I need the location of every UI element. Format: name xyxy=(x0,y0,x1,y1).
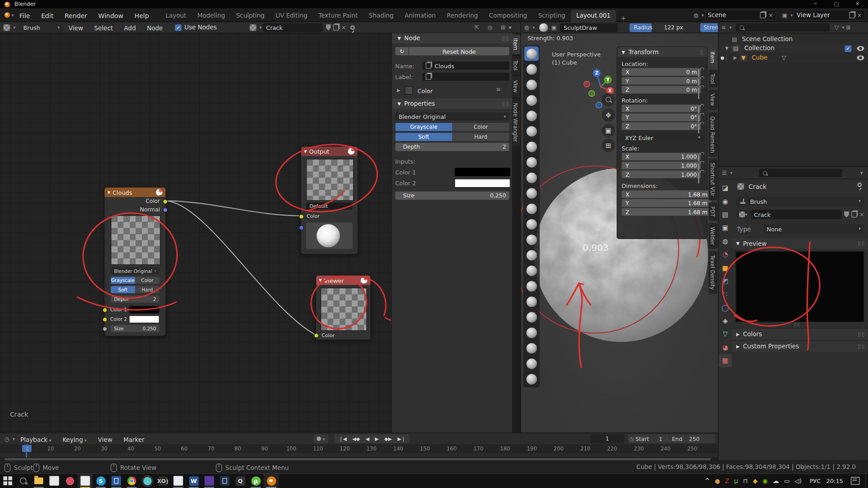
copy-icon[interactable] xyxy=(333,24,339,30)
rotation-x-field[interactable]: X0° xyxy=(622,104,701,112)
gizmo-minus-y[interactable] xyxy=(589,90,595,97)
taskbar-file-explorer[interactable] xyxy=(31,474,47,488)
name-field[interactable]: Clouds xyxy=(422,61,509,70)
close-icon[interactable]: × xyxy=(341,24,346,30)
properties-tab-view-layer[interactable]: ▣ xyxy=(718,221,731,235)
sidebar-tab-tool[interactable]: Tool xyxy=(708,70,717,88)
sculpt-brush-20[interactable] xyxy=(524,357,539,371)
timeline-menu-marker[interactable]: Marker xyxy=(118,436,150,444)
node-canvas[interactable]: ▼Clouds Color Normal Blender Original▾ G… xyxy=(0,33,392,432)
workspace-tab-layout[interactable]: Layout xyxy=(160,9,192,22)
camera-view-button[interactable]: ▣ xyxy=(602,124,615,137)
sidebar-tab-welder[interactable]: Welder xyxy=(708,223,717,249)
rotation-mode-dropdown[interactable]: XYZ Euler▾ xyxy=(622,133,703,141)
taskbar-blender[interactable] xyxy=(264,474,279,488)
normal-output-socket[interactable] xyxy=(163,207,168,212)
workspace-tab-animation[interactable]: Animation xyxy=(399,9,441,22)
sculpt-brush-6[interactable] xyxy=(524,140,539,154)
brush-texture-icon[interactable]: ▣ xyxy=(551,24,557,30)
color-input-socket[interactable] xyxy=(314,333,319,338)
current-frame-field[interactable]: 1 xyxy=(590,434,624,443)
normal-input-socket[interactable] xyxy=(299,225,304,230)
node-color-row[interactable]: ▶Color xyxy=(397,86,433,94)
clouds-node[interactable]: ▼Clouds Color Normal Blender Original▾ G… xyxy=(104,187,166,337)
sculpt-brush-14[interactable] xyxy=(524,263,539,278)
output-name-field[interactable]: Default xyxy=(306,202,353,210)
fake-user-icon[interactable] xyxy=(326,24,331,30)
node-menu-select[interactable]: Select xyxy=(89,25,118,32)
taskbar-chrome[interactable] xyxy=(124,474,139,488)
tray-amd-z-icon[interactable]: Z xyxy=(725,477,729,484)
workspace-tab-rendering[interactable]: Rendering xyxy=(441,9,483,22)
blender-menu-icon[interactable] xyxy=(5,12,10,18)
timeline-menu-view[interactable]: View xyxy=(92,436,118,444)
close-icon[interactable]: × xyxy=(859,211,864,217)
copy-icon[interactable] xyxy=(760,12,765,18)
properties-tab-physics[interactable]: ◯ xyxy=(718,301,731,314)
clock[interactable]: 20:15 xyxy=(826,478,843,484)
sculpt-brush-12[interactable] xyxy=(524,232,539,247)
grayscale-color-toggle[interactable]: GrayscaleColor xyxy=(111,277,160,284)
grayscale-color-toggle[interactable]: GrayscaleColor xyxy=(395,123,509,131)
properties-tab-texture[interactable]: ▦ xyxy=(718,354,731,367)
workspace-tab-shading[interactable]: Shading xyxy=(363,9,399,22)
colors-panel-header[interactable]: ▶Colors⣿⣿ xyxy=(732,328,868,340)
sidebar-tab-node-wrangler[interactable]: Node Wrangler xyxy=(512,99,520,146)
workspace-tab-compositing[interactable]: Compositing xyxy=(483,9,533,22)
transform-panel-header[interactable]: ▼Transform⣿ xyxy=(617,47,707,57)
sculpt-brush-5[interactable] xyxy=(524,124,539,138)
taskbar-calendar-app[interactable] xyxy=(77,474,93,488)
properties-tab-particles[interactable]: ∷ xyxy=(718,288,731,301)
radius-slider[interactable]: Radius 122 px xyxy=(629,23,687,32)
sculpt-brush-4[interactable] xyxy=(524,108,539,123)
outliner-row-cube[interactable]: ▶ ▼ Cube ▽ xyxy=(718,53,868,63)
next-keyframe-button[interactable]: ◆▶ xyxy=(384,436,392,441)
properties-tab-tool[interactable]: ◪ xyxy=(718,182,731,195)
sidebar-tab-item[interactable]: Item xyxy=(512,34,520,54)
taskbar-calculator[interactable] xyxy=(217,474,232,488)
soft-hard-toggle[interactable]: SoftHard xyxy=(395,133,509,141)
tray-defender-icon[interactable]: ◆ xyxy=(753,477,757,484)
play-reverse-button[interactable]: ◀ xyxy=(366,436,369,441)
menu-window[interactable]: Window xyxy=(93,12,129,19)
editor-type-icon[interactable] xyxy=(3,24,10,31)
location-z-field[interactable]: Z0 m xyxy=(622,86,701,94)
scale-x-field[interactable]: X1.000 xyxy=(622,153,701,160)
add-workspace-button[interactable]: + xyxy=(616,14,631,22)
timeline-ruler[interactable]: 1102030405060708090100110120130140150160… xyxy=(0,444,718,454)
color1-input-socket[interactable] xyxy=(103,308,108,313)
zoom-button[interactable] xyxy=(602,93,615,106)
timeline-menu-playback[interactable]: Playback▾ xyxy=(15,436,57,444)
sidebar-tab-quad-remesh[interactable]: Quad Remesh xyxy=(708,112,717,157)
copy-icon[interactable] xyxy=(849,12,854,18)
end-label[interactable]: End xyxy=(672,436,682,441)
hide-eye-icon[interactable] xyxy=(857,46,864,51)
tray-usb-device-icon[interactable]: ⊓ xyxy=(743,477,748,484)
perspective-toggle-button[interactable]: ⊞ xyxy=(602,139,615,152)
gizmo-z-axis[interactable]: Z xyxy=(593,69,600,77)
node-menu-view[interactable]: View xyxy=(63,25,89,32)
hide-eye-icon[interactable] xyxy=(857,55,864,60)
taskbar-photos[interactable] xyxy=(62,474,77,488)
tree-type-dropdown[interactable]: Brush▾ xyxy=(20,23,63,32)
workspace-tab-modeling[interactable]: Modeling xyxy=(192,9,231,22)
node-preview-toggle-icon[interactable] xyxy=(360,277,368,284)
taskbar-microsoft-store[interactable] xyxy=(47,474,62,488)
viewer-node[interactable]: ▼Viewer Color xyxy=(316,275,371,340)
outliner-row-collection[interactable]: ▼ ▤ Collection xyxy=(718,44,868,53)
tray-hidden-icons-icon[interactable]: ^ xyxy=(705,477,710,484)
properties-tab-scene[interactable]: ◍ xyxy=(718,235,731,248)
gizmo-y-axis[interactable]: Y xyxy=(604,76,612,84)
properties-search[interactable] xyxy=(759,169,842,177)
sidebar-tab-tool[interactable]: Tool xyxy=(512,56,520,74)
dimension-y-field[interactable]: Y1.68 m xyxy=(622,199,711,207)
jump-start-button[interactable]: ❘◀ xyxy=(339,436,347,441)
workspace-tab-uv editing[interactable]: UV Editing xyxy=(270,9,313,22)
taskbar-skype[interactable]: S xyxy=(93,474,108,488)
tray-utorrent-tray-icon[interactable]: µ xyxy=(734,477,738,484)
properties-tab-material[interactable]: ◕ xyxy=(718,341,731,354)
menu-file[interactable]: File xyxy=(14,12,36,19)
sculpt-brush-17[interactable] xyxy=(524,310,539,324)
lock-icon[interactable] xyxy=(698,173,705,183)
workspace-tab-scripting[interactable]: Scripting xyxy=(533,9,571,22)
